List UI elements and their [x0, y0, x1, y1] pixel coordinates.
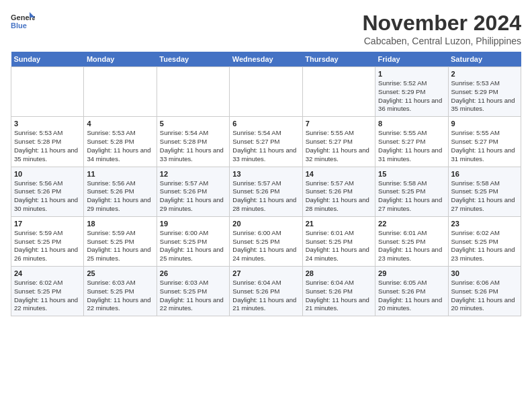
- day-info: Sunrise: 5:56 AMSunset: 5:26 PMDaylight:…: [14, 179, 81, 214]
- day-info: Sunrise: 5:55 AMSunset: 5:27 PMDaylight:…: [451, 129, 518, 163]
- day-number: 19: [160, 220, 226, 228]
- day-number: 29: [378, 269, 445, 277]
- calendar-cell: 14Sunrise: 5:57 AMSunset: 5:26 PMDayligh…: [302, 167, 375, 216]
- day-info: Sunrise: 5:57 AMSunset: 5:26 PMDaylight:…: [232, 179, 299, 214]
- calendar-cell: 1Sunrise: 5:52 AMSunset: 5:29 PMDaylight…: [375, 67, 448, 117]
- calendar-cell: 20Sunrise: 6:00 AMSunset: 5:25 PMDayligh…: [230, 216, 302, 266]
- day-number: 6: [232, 120, 299, 128]
- weekday-header-sunday: Sunday: [11, 52, 84, 67]
- day-info: Sunrise: 6:02 AMSunset: 5:25 PMDaylight:…: [14, 279, 81, 313]
- day-number: 28: [306, 269, 372, 277]
- weekday-header-monday: Monday: [84, 52, 157, 67]
- day-info: Sunrise: 6:00 AMSunset: 5:25 PMDaylight:…: [232, 229, 299, 263]
- calendar-cell: 6Sunrise: 5:54 AMSunset: 5:27 PMDaylight…: [230, 117, 302, 167]
- calendar-cell: [302, 67, 375, 117]
- calendar-cell: 2Sunrise: 5:53 AMSunset: 5:29 PMDaylight…: [448, 67, 521, 117]
- day-number: 10: [14, 170, 81, 178]
- day-number: 21: [306, 220, 372, 228]
- day-info: Sunrise: 5:53 AMSunset: 5:29 PMDaylight:…: [451, 79, 518, 113]
- day-info: Sunrise: 5:59 AMSunset: 5:25 PMDaylight:…: [87, 229, 153, 263]
- day-info: Sunrise: 5:57 AMSunset: 5:26 PMDaylight:…: [306, 179, 372, 214]
- day-info: Sunrise: 5:54 AMSunset: 5:28 PMDaylight:…: [160, 129, 226, 163]
- calendar-cell: 17Sunrise: 5:59 AMSunset: 5:25 PMDayligh…: [11, 216, 84, 266]
- calendar-week-5: 24Sunrise: 6:02 AMSunset: 5:25 PMDayligh…: [11, 267, 521, 316]
- day-number: 30: [451, 269, 518, 277]
- weekday-header-row: SundayMondayTuesdayWednesdayThursdayFrid…: [11, 52, 521, 67]
- calendar-week-4: 17Sunrise: 5:59 AMSunset: 5:25 PMDayligh…: [11, 216, 521, 266]
- day-number: 4: [87, 120, 153, 128]
- calendar-cell: 19Sunrise: 6:00 AMSunset: 5:25 PMDayligh…: [157, 216, 229, 266]
- calendar-cell: 26Sunrise: 6:03 AMSunset: 5:25 PMDayligh…: [157, 267, 229, 316]
- calendar-cell: 16Sunrise: 5:58 AMSunset: 5:25 PMDayligh…: [448, 167, 521, 216]
- calendar-week-3: 10Sunrise: 5:56 AMSunset: 5:26 PMDayligh…: [11, 167, 521, 216]
- calendar-cell: 12Sunrise: 5:57 AMSunset: 5:26 PMDayligh…: [157, 167, 229, 216]
- calendar-week-2: 3Sunrise: 5:53 AMSunset: 5:28 PMDaylight…: [11, 117, 521, 167]
- weekday-header-saturday: Saturday: [448, 52, 521, 67]
- day-number: 17: [14, 220, 81, 228]
- day-info: Sunrise: 6:03 AMSunset: 5:25 PMDaylight:…: [160, 279, 226, 313]
- calendar-cell: 11Sunrise: 5:56 AMSunset: 5:26 PMDayligh…: [84, 167, 157, 216]
- calendar-cell: 7Sunrise: 5:55 AMSunset: 5:27 PMDaylight…: [302, 117, 375, 167]
- day-number: 23: [451, 220, 518, 228]
- day-number: 16: [451, 170, 518, 178]
- day-info: Sunrise: 5:55 AMSunset: 5:27 PMDaylight:…: [378, 129, 445, 163]
- day-info: Sunrise: 6:02 AMSunset: 5:25 PMDaylight:…: [451, 229, 518, 263]
- page-header: General Blue November 2024 Cabcaben, Cen…: [11, 11, 521, 46]
- day-info: Sunrise: 6:05 AMSunset: 5:26 PMDaylight:…: [378, 279, 445, 313]
- day-number: 20: [232, 220, 299, 228]
- calendar-cell: 18Sunrise: 5:59 AMSunset: 5:25 PMDayligh…: [84, 216, 157, 266]
- day-number: 2: [451, 70, 518, 78]
- day-info: Sunrise: 5:52 AMSunset: 5:29 PMDaylight:…: [378, 79, 445, 113]
- calendar-cell: 15Sunrise: 5:58 AMSunset: 5:25 PMDayligh…: [375, 167, 448, 216]
- day-info: Sunrise: 6:00 AMSunset: 5:25 PMDaylight:…: [160, 229, 226, 263]
- day-number: 24: [14, 269, 81, 277]
- calendar-cell: 23Sunrise: 6:02 AMSunset: 5:25 PMDayligh…: [448, 216, 521, 266]
- calendar-cell: 28Sunrise: 6:04 AMSunset: 5:26 PMDayligh…: [302, 267, 375, 316]
- calendar-cell: 29Sunrise: 6:05 AMSunset: 5:26 PMDayligh…: [375, 267, 448, 316]
- svg-text:Blue: Blue: [11, 21, 27, 30]
- calendar-table: SundayMondayTuesdayWednesdayThursdayFrid…: [11, 52, 521, 316]
- calendar-cell: 27Sunrise: 6:04 AMSunset: 5:26 PMDayligh…: [230, 267, 302, 316]
- day-number: 26: [160, 269, 226, 277]
- day-number: 27: [232, 269, 299, 277]
- calendar-cell: [157, 67, 229, 117]
- calendar-cell: [11, 67, 84, 117]
- day-number: 22: [378, 220, 445, 228]
- weekday-header-friday: Friday: [375, 52, 448, 67]
- day-info: Sunrise: 5:58 AMSunset: 5:25 PMDaylight:…: [378, 179, 445, 214]
- day-number: 18: [87, 220, 153, 228]
- day-info: Sunrise: 5:58 AMSunset: 5:25 PMDaylight:…: [451, 179, 518, 214]
- day-info: Sunrise: 5:55 AMSunset: 5:27 PMDaylight:…: [306, 129, 372, 163]
- page-subtitle: Cabcaben, Central Luzon, Philippines: [362, 36, 521, 46]
- calendar-cell: 30Sunrise: 6:06 AMSunset: 5:26 PMDayligh…: [448, 267, 521, 316]
- day-info: Sunrise: 6:01 AMSunset: 5:25 PMDaylight:…: [306, 229, 372, 263]
- logo-icon: General Blue: [11, 11, 35, 30]
- calendar-cell: 24Sunrise: 6:02 AMSunset: 5:25 PMDayligh…: [11, 267, 84, 316]
- calendar-cell: 4Sunrise: 5:53 AMSunset: 5:28 PMDaylight…: [84, 117, 157, 167]
- calendar-cell: 5Sunrise: 5:54 AMSunset: 5:28 PMDaylight…: [157, 117, 229, 167]
- calendar-cell: 13Sunrise: 5:57 AMSunset: 5:26 PMDayligh…: [230, 167, 302, 216]
- day-info: Sunrise: 5:57 AMSunset: 5:26 PMDaylight:…: [160, 179, 226, 214]
- day-number: 3: [14, 120, 81, 128]
- day-number: 13: [232, 170, 299, 178]
- day-info: Sunrise: 5:53 AMSunset: 5:28 PMDaylight:…: [14, 129, 81, 163]
- day-number: 25: [87, 269, 153, 277]
- day-number: 1: [378, 70, 445, 78]
- calendar-cell: [84, 67, 157, 117]
- day-number: 7: [306, 120, 372, 128]
- day-info: Sunrise: 5:54 AMSunset: 5:27 PMDaylight:…: [232, 129, 299, 163]
- day-info: Sunrise: 5:56 AMSunset: 5:26 PMDaylight:…: [87, 179, 153, 214]
- calendar-cell: 3Sunrise: 5:53 AMSunset: 5:28 PMDaylight…: [11, 117, 84, 167]
- day-info: Sunrise: 5:59 AMSunset: 5:25 PMDaylight:…: [14, 229, 81, 263]
- day-info: Sunrise: 6:04 AMSunset: 5:26 PMDaylight:…: [306, 279, 372, 313]
- calendar-cell: 9Sunrise: 5:55 AMSunset: 5:27 PMDaylight…: [448, 117, 521, 167]
- day-info: Sunrise: 6:04 AMSunset: 5:26 PMDaylight:…: [232, 279, 299, 313]
- calendar-cell: 25Sunrise: 6:03 AMSunset: 5:25 PMDayligh…: [84, 267, 157, 316]
- page-title: November 2024: [362, 11, 521, 36]
- day-info: Sunrise: 6:03 AMSunset: 5:25 PMDaylight:…: [87, 279, 153, 313]
- calendar-week-1: 1Sunrise: 5:52 AMSunset: 5:29 PMDaylight…: [11, 67, 521, 117]
- day-info: Sunrise: 5:53 AMSunset: 5:28 PMDaylight:…: [87, 129, 153, 163]
- day-info: Sunrise: 6:01 AMSunset: 5:25 PMDaylight:…: [378, 229, 445, 263]
- day-number: 15: [378, 170, 445, 178]
- day-info: Sunrise: 6:06 AMSunset: 5:26 PMDaylight:…: [451, 279, 518, 313]
